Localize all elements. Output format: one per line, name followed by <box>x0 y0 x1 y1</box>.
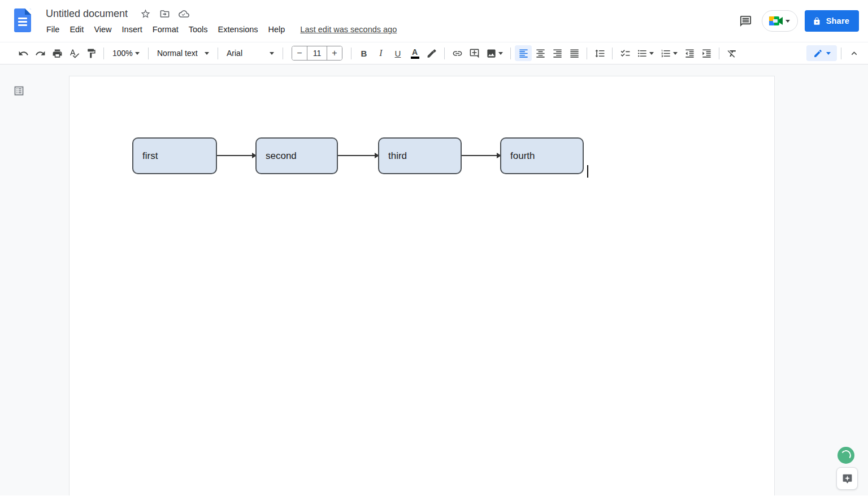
increase-indent-button[interactable] <box>698 45 715 61</box>
menubar-help[interactable]: Help <box>263 23 290 36</box>
zoom-select[interactable]: 100% <box>108 45 144 61</box>
toolbar: 100% Normal text Arial − + B I U A <box>0 42 868 64</box>
menubar-view[interactable]: View <box>89 23 116 36</box>
document-title[interactable]: Untitled document <box>46 8 128 20</box>
align-left-icon <box>518 48 529 59</box>
explore-icon <box>841 473 853 485</box>
lock-icon <box>813 17 821 25</box>
workspace: first second third fourth <box>0 64 868 495</box>
flowchart-drawing: first second third fourth <box>70 76 774 495</box>
document-outline-button[interactable] <box>12 84 25 97</box>
paragraph-style-value: Normal text <box>157 49 198 58</box>
bold-button[interactable]: B <box>355 45 372 61</box>
chevron-down-icon <box>135 52 140 55</box>
decrease-indent-icon <box>684 48 695 59</box>
checklist-button[interactable] <box>617 45 633 61</box>
meet-call-button[interactable] <box>762 10 798 32</box>
line-spacing-icon <box>594 48 605 59</box>
flowchart-node-first[interactable]: first <box>132 137 217 174</box>
redo-icon <box>35 48 46 59</box>
meet-icon <box>769 15 783 27</box>
flowchart-node-third[interactable]: third <box>378 137 462 174</box>
paint-format-button[interactable] <box>83 45 99 61</box>
node-label: second <box>266 150 297 162</box>
align-center-icon <box>535 48 546 59</box>
decrease-font-size-button[interactable]: − <box>292 46 307 61</box>
connector-arrow <box>217 155 255 156</box>
align-right-button[interactable] <box>549 45 566 61</box>
comment-history-button[interactable] <box>735 10 757 32</box>
redo-button[interactable] <box>32 45 49 61</box>
cloud-saved-icon[interactable] <box>178 8 189 19</box>
bulleted-list-button[interactable] <box>633 45 657 61</box>
hide-menus-button[interactable] <box>845 45 862 61</box>
editing-mode-pencil-icon <box>813 49 823 58</box>
add-comment-button[interactable] <box>466 45 483 61</box>
node-label: fourth <box>510 150 535 162</box>
chevron-down-icon <box>649 52 654 55</box>
font-select[interactable]: Arial <box>222 45 279 61</box>
share-button[interactable]: Share <box>805 10 859 32</box>
add-comment-icon <box>469 48 480 59</box>
align-right-icon <box>552 48 563 59</box>
image-icon <box>486 48 497 59</box>
undo-button[interactable] <box>15 45 32 61</box>
flowchart-node-fourth[interactable]: fourth <box>500 137 584 174</box>
numbered-list-icon <box>661 48 671 59</box>
connector-arrow <box>462 155 500 156</box>
menubar-format[interactable]: Format <box>147 23 184 36</box>
node-label: first <box>142 150 158 162</box>
highlighter-icon <box>427 48 437 59</box>
text-color-icon: A <box>411 48 419 59</box>
paragraph-style-select[interactable]: Normal text <box>153 45 214 61</box>
insert-image-button[interactable] <box>483 45 506 61</box>
bulleted-list-icon <box>637 48 648 59</box>
connector-arrow <box>338 155 378 156</box>
spellcheck-button[interactable] <box>66 45 83 61</box>
justify-button[interactable] <box>566 45 583 61</box>
font-value: Arial <box>227 49 242 58</box>
chevron-down-icon <box>498 52 503 55</box>
clear-formatting-icon <box>727 48 737 59</box>
menubar-tools[interactable]: Tools <box>184 23 213 36</box>
share-button-label: Share <box>826 16 849 25</box>
link-icon <box>452 48 463 59</box>
chevron-down-icon <box>673 52 678 55</box>
menubar-file[interactable]: File <box>46 23 64 36</box>
outline-icon <box>13 85 25 97</box>
increase-font-size-button[interactable]: + <box>327 46 342 61</box>
menubar-extensions[interactable]: Extensions <box>213 23 263 36</box>
menubar-insert[interactable]: Insert <box>117 23 147 36</box>
menubar-edit[interactable]: Edit <box>64 23 89 36</box>
font-size-input[interactable] <box>307 46 327 61</box>
star-icon[interactable] <box>140 8 151 19</box>
checklist-icon <box>620 48 631 59</box>
chevron-down-icon <box>205 52 209 55</box>
decrease-indent-button[interactable] <box>681 45 698 61</box>
underline-button[interactable]: U <box>389 45 406 61</box>
print-button[interactable] <box>49 45 66 61</box>
explore-button[interactable] <box>836 467 858 490</box>
editing-mode-button[interactable] <box>806 45 837 61</box>
document-page[interactable]: first second third fourth <box>69 76 775 495</box>
text-cursor <box>587 165 588 178</box>
docs-logo-icon[interactable] <box>14 8 31 32</box>
move-folder-icon[interactable] <box>159 8 170 19</box>
sync-spinner-icon <box>837 447 854 464</box>
chevron-up-icon <box>849 48 860 59</box>
line-spacing-button[interactable] <box>591 45 608 61</box>
numbered-list-button[interactable] <box>657 45 681 61</box>
flowchart-node-second[interactable]: second <box>255 137 338 174</box>
last-edit-link[interactable]: Last edit was seconds ago <box>300 25 397 34</box>
italic-button[interactable]: I <box>372 45 389 61</box>
zoom-value: 100% <box>112 49 133 58</box>
meet-dropdown-icon <box>785 20 790 23</box>
text-color-button[interactable]: A <box>406 45 423 61</box>
chevron-down-icon <box>270 52 274 55</box>
clear-formatting-button[interactable] <box>723 45 740 61</box>
align-center-button[interactable] <box>532 45 549 61</box>
align-left-button[interactable] <box>515 45 532 61</box>
highlight-color-button[interactable] <box>423 45 440 61</box>
font-size-group: − + <box>292 46 342 61</box>
insert-link-button[interactable] <box>449 45 466 61</box>
